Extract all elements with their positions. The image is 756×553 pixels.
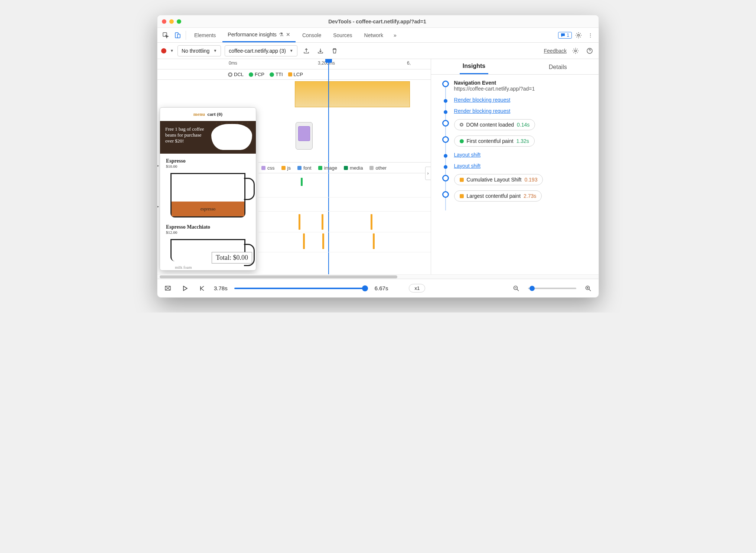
export-icon[interactable]: [301, 46, 312, 56]
devtools-window: DevTools - coffee-cart.netlify.app/?ad=1…: [157, 15, 599, 298]
preview-product-1: Espresso $10.00: [160, 154, 256, 170]
svg-point-4: [575, 50, 577, 52]
panel-settings-icon[interactable]: [570, 46, 581, 56]
preview-banner: Free 1 bag of coffee beans for purchase …: [160, 121, 256, 154]
waterfall-track[interactable]: [258, 174, 431, 274]
legend-js: js: [281, 165, 291, 171]
preview-header: menu cart (0): [160, 108, 256, 121]
axis-tick-2: 6,: [407, 60, 411, 66]
tab-network[interactable]: Network: [359, 28, 388, 42]
maximize-window-button[interactable]: [177, 19, 181, 24]
waterfall-bar: [303, 233, 305, 249]
metric-markers: DCL FCP TTI LCP: [157, 69, 431, 80]
sidetab-insights[interactable]: Insights: [460, 63, 488, 74]
waterfall-bar: [301, 178, 303, 186]
marker-tti: TTI: [270, 72, 283, 77]
sidetab-details[interactable]: Details: [546, 64, 570, 74]
zoom-in-icon[interactable]: [583, 283, 593, 294]
filmstrip-frame[interactable]: [296, 122, 313, 150]
feedback-link[interactable]: Feedback: [544, 48, 567, 54]
insight-layout-shift-1[interactable]: Layout shift: [442, 152, 592, 158]
title-bar: DevTools - coffee-cart.netlify.app/?ad=1: [157, 15, 599, 28]
record-menu-chevron-icon[interactable]: ▼: [170, 49, 174, 53]
recording-dropdown[interactable]: coffee-cart.netlify.app (3)▼: [225, 45, 297, 56]
timeline-panel[interactable]: 0ms 3,200ms 6, DCL FCP TTI LCP ▸ ▸ css j…: [157, 59, 431, 274]
insight-fcp[interactable]: First contentful paint 1.32s: [442, 135, 592, 147]
device-toolbar-icon[interactable]: [172, 30, 183, 40]
performance-toolbar: ▼ No throttling▼ coffee-cart.netlify.app…: [157, 43, 599, 59]
waterfall-bar: [371, 214, 372, 230]
play-button[interactable]: [180, 283, 190, 294]
collapse-sidepanel-button[interactable]: ›: [425, 167, 431, 180]
end-time: 6.67s: [375, 285, 388, 291]
zoom-slider[interactable]: [528, 288, 576, 289]
current-time: 3.78s: [214, 285, 228, 291]
horizontal-scrollbar[interactable]: [157, 274, 599, 279]
kebab-menu-icon[interactable]: ⋮: [585, 30, 596, 40]
legend-media: media: [344, 165, 363, 171]
help-icon[interactable]: [584, 46, 595, 56]
playback-footer: 3.78s 6.67s x1: [157, 279, 599, 297]
legend-other: other: [369, 165, 387, 171]
preview-foam-label: milk foam: [175, 265, 192, 269]
insight-cls[interactable]: Cumulative Layout Shift 0.193: [442, 174, 592, 185]
minimize-window-button[interactable]: [169, 19, 174, 24]
flask-icon: ⚗: [279, 32, 284, 37]
settings-icon[interactable]: [573, 30, 584, 40]
side-tabs: Insights Details: [431, 59, 599, 75]
preview-product-2: Espresso Macchiato $12.00: [160, 220, 256, 236]
navigation-event-url: https://coffee-cart.netlify.app/?ad=1: [454, 86, 535, 92]
clear-replay-icon[interactable]: [163, 283, 173, 294]
svg-rect-2: [177, 34, 180, 38]
zoom-level[interactable]: x1: [409, 284, 425, 292]
insights-list: Navigation Event https://coffee-cart.net…: [431, 75, 599, 214]
insight-render-blocking-1[interactable]: Render blocking request: [442, 97, 592, 103]
tab-console[interactable]: Console: [297, 28, 326, 42]
tab-sources[interactable]: Sources: [328, 28, 357, 42]
resource-legend: css js font image media other: [258, 162, 431, 173]
insight-layout-shift-2[interactable]: Layout shift: [442, 163, 592, 169]
import-icon[interactable]: [315, 46, 326, 56]
waterfall-bar: [322, 214, 323, 230]
preview-total: Total: $0.00: [212, 252, 252, 264]
insight-dcl[interactable]: DOM content loaded 0.14s: [442, 119, 592, 130]
waterfall-bar: [322, 233, 324, 249]
time-axis: 0ms 3,200ms 6,: [157, 59, 431, 69]
inspect-element-icon[interactable]: [160, 30, 171, 40]
waterfall-bar: [299, 214, 300, 230]
tab-performance-insights[interactable]: Performance insights ⚗ ✕: [222, 28, 296, 42]
panel-tabs: Elements Performance insights ⚗ ✕ Consol…: [157, 28, 599, 43]
zoom-out-icon[interactable]: [511, 283, 521, 294]
close-tab-icon[interactable]: ✕: [286, 32, 290, 37]
waterfall-bar: [373, 233, 375, 249]
legend-image: image: [318, 165, 337, 171]
marker-lcp: LCP: [288, 72, 303, 77]
more-tabs-icon[interactable]: »: [390, 30, 400, 40]
legend-css: css: [261, 165, 275, 171]
rewind-button[interactable]: [197, 283, 207, 294]
filmstrip-preview: menu cart (0) Free 1 bag of coffee beans…: [160, 107, 256, 271]
issues-badge[interactable]: 1: [558, 32, 572, 39]
insights-sidepanel: Insights Details Navigation Event https:…: [431, 59, 599, 274]
throttling-dropdown[interactable]: No throttling▼: [177, 45, 221, 56]
marker-fcp: FCP: [249, 72, 264, 77]
delete-icon[interactable]: [329, 46, 340, 56]
insight-render-blocking-2[interactable]: Render blocking request: [442, 108, 592, 114]
window-title: DevTools - coffee-cart.netlify.app/?ad=1: [181, 19, 573, 24]
axis-tick-0: 0ms: [229, 60, 237, 66]
legend-font: font: [297, 165, 312, 171]
main-content: 0ms 3,200ms 6, DCL FCP TTI LCP ▸ ▸ css j…: [157, 59, 599, 274]
close-window-button[interactable]: [162, 19, 166, 24]
marker-dcl: DCL: [228, 72, 244, 77]
preview-mug-1: espresso: [170, 173, 245, 217]
tab-elements[interactable]: Elements: [189, 28, 221, 42]
record-button[interactable]: [161, 48, 166, 53]
svg-point-3: [578, 34, 580, 36]
seek-slider[interactable]: [234, 288, 368, 289]
insight-lcp[interactable]: Largest contentful paint 2.73s: [442, 190, 592, 202]
lcp-range-block: [295, 81, 410, 107]
navigation-event-title: Navigation Event: [454, 80, 535, 86]
insight-navigation[interactable]: Navigation Event https://coffee-cart.net…: [442, 80, 592, 92]
window-controls: [162, 19, 181, 24]
